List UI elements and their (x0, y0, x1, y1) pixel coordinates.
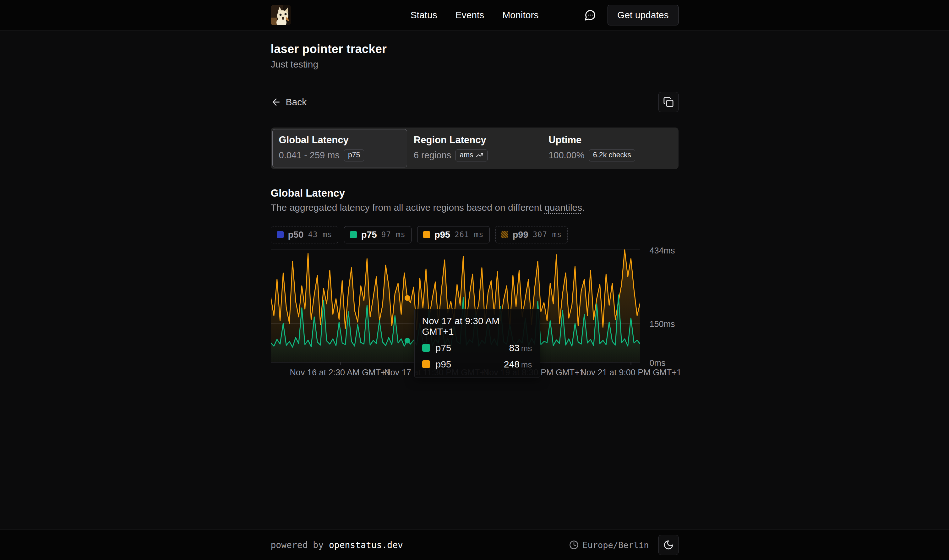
tab-region-latency[interactable]: Region Latency 6 regions ams (407, 129, 542, 168)
tab-title: Region Latency (414, 134, 535, 146)
tab-value: 6 regions (414, 150, 451, 160)
p99-swatch-icon (501, 231, 508, 238)
tooltip-row-p95: p95 248ms (422, 359, 532, 370)
trending-up-icon (476, 151, 483, 159)
legend-toggle-p75[interactable]: p75 97 ms (344, 226, 412, 243)
legend-value: 307 ms (533, 230, 562, 239)
theme-toggle-button[interactable] (658, 535, 678, 555)
timezone-display: Europe/Berlin (569, 540, 649, 550)
legend-toggle-p50[interactable]: p50 43 ms (271, 226, 338, 243)
region-badge-label: ams (460, 151, 473, 160)
footer: powered by openstatus.dev Europe/Berlin (0, 529, 949, 560)
checks-badge: 6.2k checks (589, 149, 635, 162)
timezone-label: Europe/Berlin (582, 540, 649, 550)
metric-tabs: Global Latency 0.041 - 259 ms p75 Region… (271, 128, 678, 169)
y-axis-label: 434ms (650, 246, 675, 255)
copy-icon (663, 97, 674, 108)
site-logo[interactable] (271, 5, 291, 25)
tooltip-series-label: p75 (436, 343, 451, 353)
x-axis-label: Nov 21 at 9:00 PM GMT+1 (580, 368, 681, 377)
nav-right-group: Get updates (584, 5, 678, 25)
quantile-badge: p75 (344, 149, 364, 162)
nav-link-events[interactable]: Events (455, 10, 484, 20)
tab-title: Uptime (549, 134, 670, 146)
get-updates-button[interactable]: Get updates (608, 5, 678, 25)
tab-title: Global Latency (279, 134, 400, 146)
message-circle-more-icon (584, 9, 596, 21)
tooltip-value-number: 248 (504, 359, 520, 369)
powered-by: powered by openstatus.dev (271, 540, 403, 550)
feedback-chat-button[interactable] (584, 9, 596, 21)
p95-swatch-icon (422, 360, 430, 368)
tab-global-latency[interactable]: Global Latency 0.041 - 259 ms p75 (272, 129, 407, 168)
tooltip-value-unit: ms (521, 344, 532, 353)
powered-by-prefix: powered by (271, 540, 329, 550)
legend-toggle-p99[interactable]: p99 307 ms (495, 226, 568, 243)
tooltip-series-value: 248ms (504, 359, 532, 370)
nav-link-monitors[interactable]: Monitors (502, 10, 538, 20)
quantiles-link[interactable]: quantiles (544, 202, 582, 212)
back-button[interactable]: Back (271, 97, 307, 108)
arrow-left-icon (271, 97, 281, 108)
section-title: Global Latency (271, 187, 678, 199)
tooltip-value-number: 83 (509, 343, 519, 353)
p95-swatch-icon (423, 231, 430, 238)
navbar: Status Events Monitors Get updates (0, 0, 949, 31)
tooltip-value-unit: ms (521, 360, 532, 369)
chart-legend: p50 43 ms p75 97 ms p95 261 ms p99 307 m… (271, 226, 678, 243)
y-axis-label: 0ms (650, 358, 666, 368)
legend-value: 97 ms (381, 230, 406, 239)
tab-value: 0.041 - 259 ms (279, 150, 340, 160)
legend-value: 261 ms (455, 230, 484, 239)
p75-swatch-icon (350, 231, 357, 238)
p50-swatch-icon (277, 231, 284, 238)
moon-icon (663, 540, 674, 550)
openstatus-link[interactable]: openstatus.dev (329, 540, 403, 550)
status-page: Status Events Monitors Get updates laser… (0, 0, 949, 560)
legend-value: 43 ms (308, 230, 332, 239)
page-title: laser pointer tracker (271, 42, 678, 56)
tab-value: 100.00% (549, 150, 584, 160)
p75-swatch-icon (422, 344, 430, 352)
tooltip-series-value: 83ms (509, 343, 532, 353)
legend-label: p95 (434, 229, 450, 240)
latency-chart: 434ms150ms0ms Nov 17 at 9:30 AM GMT+1 p7… (271, 248, 640, 381)
clock-icon (569, 540, 578, 550)
copy-link-button[interactable] (658, 92, 678, 112)
tooltip-series-label: p95 (436, 359, 451, 370)
back-label: Back (286, 97, 307, 108)
region-badge: ams (455, 149, 487, 162)
tooltip-row-p75: p75 83ms (422, 343, 532, 353)
chart-tooltip: Nov 17 at 9:30 AM GMT+1 p75 83ms p95 248… (414, 309, 540, 377)
legend-label: p99 (513, 229, 528, 240)
y-axis-label: 150ms (650, 319, 675, 329)
section-description-period: . (582, 202, 584, 212)
y-axis: 434ms150ms0ms (650, 248, 700, 366)
legend-toggle-p95[interactable]: p95 261 ms (417, 226, 490, 243)
tab-uptime[interactable]: Uptime 100.00% 6.2k checks (542, 129, 677, 168)
legend-label: p50 (288, 229, 304, 240)
main-content: laser pointer tracker Just testing Back (0, 31, 949, 529)
page-subtitle: Just testing (271, 59, 678, 70)
nav-links: Status Events Monitors (411, 10, 539, 20)
x-axis-label: Nov 16 at 2:30 AM GMT+1 (290, 368, 390, 377)
section-description-text: The aggregated latency from all active r… (271, 202, 545, 212)
toolbar-row: Back (271, 92, 678, 112)
section-description: The aggregated latency from all active r… (271, 202, 678, 213)
legend-label: p75 (361, 229, 377, 240)
nav-link-status[interactable]: Status (411, 10, 437, 20)
cat-avatar-icon (271, 5, 291, 25)
tooltip-timestamp: Nov 17 at 9:30 AM GMT+1 (422, 315, 532, 337)
